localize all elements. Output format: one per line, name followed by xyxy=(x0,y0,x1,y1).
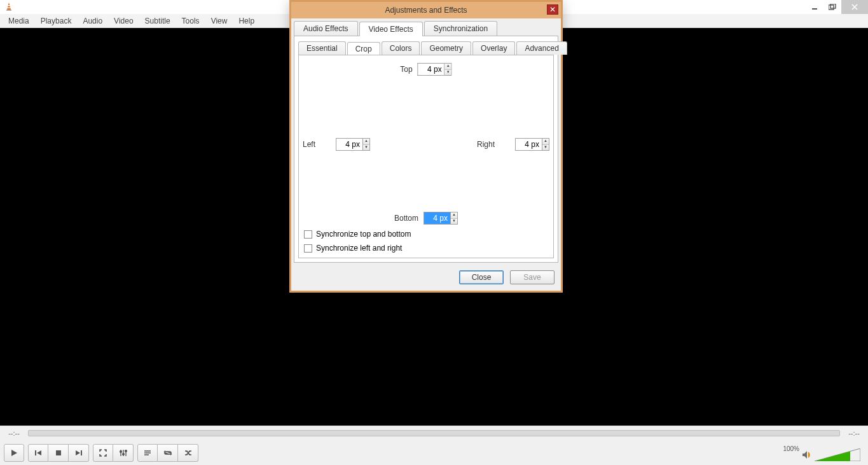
menu-tools[interactable]: Tools xyxy=(176,17,205,25)
menu-subtitle[interactable]: Subtitle xyxy=(139,17,176,25)
video-effects-subtabs: Essential Crop Colors Geometry Overlay A… xyxy=(298,40,554,55)
svg-rect-6 xyxy=(830,4,836,8)
dialog-close-button[interactable]: ✕ xyxy=(547,4,558,15)
crop-left-spinbox[interactable]: ▲▼ xyxy=(336,138,370,151)
svg-marker-11 xyxy=(37,450,41,455)
stop-button[interactable] xyxy=(48,444,69,462)
tab-video-effects[interactable]: Video Effects xyxy=(359,22,423,36)
svg-rect-14 xyxy=(81,450,82,455)
crop-bottom-label: Bottom xyxy=(394,214,418,223)
svg-rect-10 xyxy=(35,450,36,455)
dialog-tabs: Audio Effects Video Effects Synchronizat… xyxy=(291,18,561,36)
svg-rect-1 xyxy=(6,10,11,11)
subtab-colors[interactable]: Colors xyxy=(382,41,420,55)
crop-top-input[interactable] xyxy=(418,63,444,76)
controls-bar: --:-- --:-- 100% xyxy=(0,426,868,465)
next-button[interactable] xyxy=(69,444,89,462)
play-button[interactable] xyxy=(4,444,24,462)
svg-marker-26 xyxy=(803,451,807,459)
speaker-icon[interactable] xyxy=(802,450,812,460)
spin-down-icon[interactable]: ▼ xyxy=(445,70,451,76)
time-elapsed: --:-- xyxy=(5,429,23,437)
loop-button[interactable] xyxy=(158,444,178,462)
vlc-logo-icon xyxy=(4,2,14,12)
tab-synchronization[interactable]: Synchronization xyxy=(424,21,497,36)
spin-down-icon[interactable]: ▼ xyxy=(542,145,549,151)
save-button[interactable]: Save xyxy=(510,270,555,284)
crop-top-label: Top xyxy=(400,65,412,74)
tab-audio-effects[interactable]: Audio Effects xyxy=(294,21,358,36)
crop-bottom-input[interactable] xyxy=(424,212,450,225)
playlist-button[interactable] xyxy=(137,444,158,462)
svg-marker-28 xyxy=(815,448,850,461)
subtab-crop[interactable]: Crop xyxy=(347,42,380,55)
close-window-button[interactable] xyxy=(841,0,868,14)
menu-media[interactable]: Media xyxy=(3,17,35,25)
svg-marker-13 xyxy=(76,450,80,455)
subtab-overlay[interactable]: Overlay xyxy=(472,41,515,55)
crop-panel: Top ▲▼ Left ▲▼ Right ▲▼ xyxy=(298,55,554,258)
dialog-titlebar[interactable]: Adjustments and Effects ✕ xyxy=(291,2,561,18)
fullscreen-button[interactable] xyxy=(93,444,113,462)
maximize-button[interactable] xyxy=(823,1,841,13)
volume-slider[interactable] xyxy=(815,448,860,461)
crop-right-input[interactable] xyxy=(515,138,542,151)
subtab-geometry[interactable]: Geometry xyxy=(421,41,471,55)
spin-up-icon[interactable]: ▲ xyxy=(542,139,549,145)
crop-left-label: Left xyxy=(303,140,315,149)
previous-button[interactable] xyxy=(28,444,48,462)
extended-settings-button[interactable] xyxy=(113,444,134,462)
dialog-title: Adjustments and Effects xyxy=(385,6,467,15)
volume-label: 100% xyxy=(783,445,799,452)
svg-point-19 xyxy=(122,454,124,455)
spin-up-icon[interactable]: ▲ xyxy=(451,212,457,219)
shuffle-button[interactable] xyxy=(178,444,198,462)
minimize-button[interactable] xyxy=(806,1,823,13)
time-total: --:-- xyxy=(845,429,863,437)
spin-up-icon[interactable]: ▲ xyxy=(363,139,369,145)
close-button[interactable]: Close xyxy=(459,270,504,284)
menu-audio[interactable]: Audio xyxy=(77,17,108,25)
svg-rect-4 xyxy=(812,8,817,10)
menu-video[interactable]: Video xyxy=(108,17,139,25)
menu-playback[interactable]: Playback xyxy=(35,17,78,25)
sync-left-right-checkbox[interactable] xyxy=(304,244,312,253)
sync-top-bottom-label: Synchronize top and bottom xyxy=(316,230,411,239)
close-icon: ✕ xyxy=(549,5,556,14)
subtab-essential[interactable]: Essential xyxy=(298,41,346,55)
subtab-advanced[interactable]: Advanced xyxy=(516,41,567,55)
spin-down-icon[interactable]: ▼ xyxy=(451,219,457,225)
svg-rect-5 xyxy=(829,5,834,10)
crop-bottom-spinbox[interactable]: ▲▼ xyxy=(424,212,458,225)
crop-top-spinbox[interactable]: ▲▼ xyxy=(418,63,452,76)
svg-point-18 xyxy=(120,451,121,453)
menu-help[interactable]: Help xyxy=(233,17,260,25)
crop-right-label: Right xyxy=(477,140,495,149)
svg-rect-12 xyxy=(56,450,61,455)
svg-rect-2 xyxy=(8,5,10,6)
seek-slider[interactable] xyxy=(28,430,840,436)
adjustments-effects-dialog: Adjustments and Effects ✕ Audio Effects … xyxy=(289,0,563,293)
svg-rect-3 xyxy=(7,8,10,9)
dialog-footer: Close Save xyxy=(291,265,561,291)
video-effects-panel: Essential Crop Colors Geometry Overlay A… xyxy=(294,36,558,263)
sync-left-right-label: Synchronize left and right xyxy=(316,244,402,253)
menu-view[interactable]: View xyxy=(205,17,233,25)
svg-marker-9 xyxy=(11,450,17,456)
crop-right-spinbox[interactable]: ▲▼ xyxy=(515,138,549,151)
crop-left-input[interactable] xyxy=(336,138,362,151)
svg-point-20 xyxy=(125,450,127,452)
spin-up-icon[interactable]: ▲ xyxy=(445,64,451,70)
sync-top-bottom-checkbox[interactable] xyxy=(304,230,312,239)
spin-down-icon[interactable]: ▼ xyxy=(363,145,369,151)
